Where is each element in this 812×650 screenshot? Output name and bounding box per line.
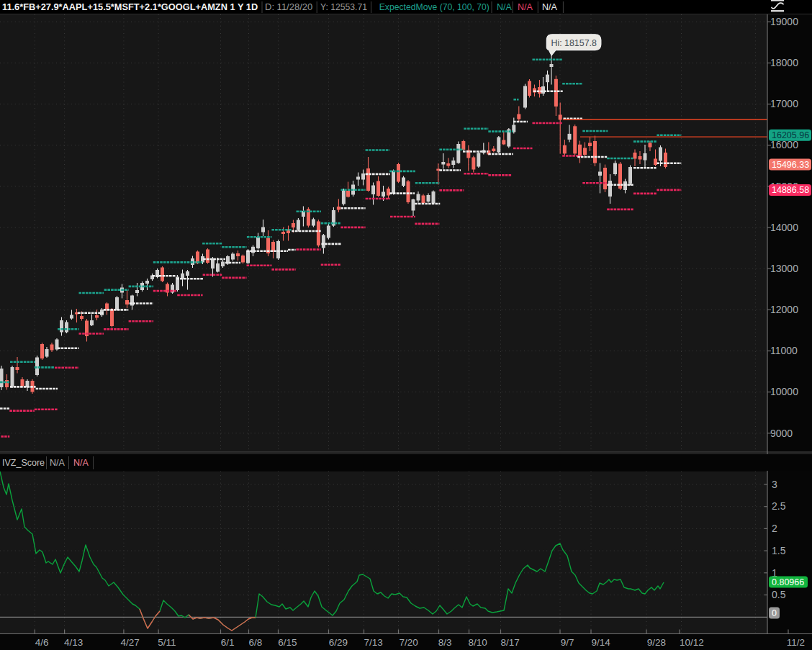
svg-text:14000: 14000: [770, 222, 798, 233]
svg-text:2: 2: [772, 523, 777, 534]
svg-text:6/8: 6/8: [249, 637, 263, 648]
svg-text:7/20: 7/20: [400, 637, 418, 648]
svg-text:10/12: 10/12: [680, 637, 704, 648]
svg-text:D: 11/28/20: D: 11/28/20: [265, 1, 312, 12]
svg-text:0.80966: 0.80966: [772, 577, 804, 587]
svg-text:11.6*FB+27.9*AAPL+15.5*MSFT+2.: 11.6*FB+27.9*AAPL+15.5*MSFT+2.1*GOOGL+AM…: [2, 1, 258, 12]
svg-text:0: 0: [772, 608, 777, 618]
svg-text:6/15: 6/15: [278, 637, 297, 648]
svg-text:N/A: N/A: [542, 2, 558, 12]
svg-text:16205.96: 16205.96: [772, 130, 809, 140]
svg-text:9000: 9000: [770, 428, 793, 439]
svg-text:19000: 19000: [770, 16, 798, 27]
svg-text:3: 3: [772, 479, 777, 490]
svg-text:9/7: 9/7: [561, 637, 574, 648]
svg-text:14886.58: 14886.58: [772, 185, 809, 195]
svg-text:8/17: 8/17: [500, 637, 519, 648]
svg-text:18000: 18000: [770, 57, 798, 68]
svg-text:11000: 11000: [770, 345, 798, 356]
svg-text:6/29: 6/29: [329, 637, 348, 648]
svg-text:6/1: 6/1: [221, 637, 235, 648]
svg-text:4/6: 4/6: [35, 637, 49, 648]
svg-text:4/27: 4/27: [120, 637, 139, 648]
svg-text:9/28: 9/28: [647, 637, 666, 648]
svg-text:9/14: 9/14: [592, 637, 611, 648]
svg-text:11/2: 11/2: [787, 637, 805, 648]
svg-text:10000: 10000: [770, 386, 798, 397]
svg-text:Hi: 18157.8: Hi: 18157.8: [551, 38, 597, 48]
svg-text:12000: 12000: [770, 304, 798, 315]
svg-text:N/A: N/A: [50, 458, 66, 468]
svg-text:IVZ_Score: IVZ_Score: [2, 458, 45, 468]
svg-text:13000: 13000: [770, 263, 798, 274]
svg-text:8/10: 8/10: [469, 637, 487, 648]
svg-text:7/13: 7/13: [364, 637, 383, 648]
svg-text:ExpectedMove (70, 100, 70): ExpectedMove (70, 100, 70): [379, 2, 490, 12]
svg-text:8/3: 8/3: [438, 637, 452, 648]
svg-text:N/A: N/A: [497, 2, 513, 12]
svg-text:N/A: N/A: [518, 2, 533, 12]
svg-text:0.5: 0.5: [772, 589, 786, 600]
svg-text:1.5: 1.5: [772, 545, 786, 556]
svg-text:2.5: 2.5: [772, 500, 786, 512]
svg-text:4/13: 4/13: [64, 637, 83, 648]
svg-text:N/A: N/A: [73, 458, 89, 468]
svg-text:17000: 17000: [770, 98, 798, 109]
svg-text:5/11: 5/11: [158, 637, 176, 648]
svg-text:15496.33: 15496.33: [772, 160, 809, 170]
svg-text:Y: 12553.71: Y: 12553.71: [320, 2, 367, 12]
